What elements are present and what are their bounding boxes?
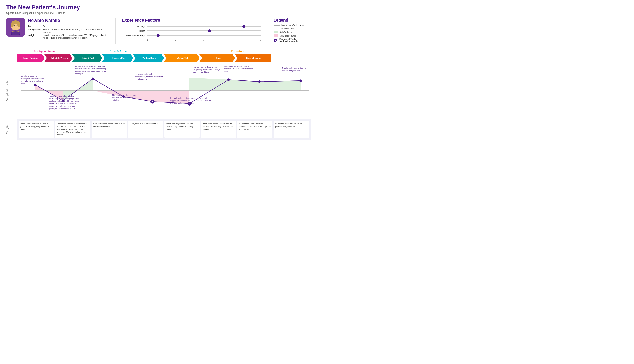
legend-sat-down-label: Satisfaction down [279, 35, 296, 37]
ef-title: Experience Factors [122, 18, 261, 22]
experience-factors: Experience Factors Anxiety Trust Healthc… [122, 18, 261, 41]
legend-pink-box [274, 34, 278, 37]
thought-3: "I've never been here before. Which entr… [92, 121, 127, 138]
persona-card: Newbie Natalie Age 34 Background This is… [6, 18, 109, 40]
tp-scan[interactable]: Scan [199, 54, 235, 62]
tp-drive-park[interactable]: Drive & Park [72, 54, 102, 62]
persona-name: Newbie Natalie [28, 18, 109, 23]
legend-median-label: Median satisfaction level [281, 24, 304, 26]
thought-8: "Once the procedure was over, I guess it… [274, 121, 309, 138]
legend-median: Median satisfaction level [274, 24, 311, 26]
annotation-scan: Once the scan is over, Natalie changes. … [224, 65, 253, 72]
y-axis-label: Touchpoint / Interaction [6, 65, 17, 116]
annotation-before-leaving: Natalie finds her way back to her car an… [282, 67, 309, 72]
touchpoints-row: Select Provider Schedule/Pre-reg Drive &… [17, 54, 311, 62]
thought-4: "This place is in the basement?" [128, 121, 163, 138]
persona-info: Newbie Natalie Age 34 Background This is… [28, 18, 109, 40]
phase-drive: Drive & Arrive [73, 50, 164, 53]
tp-select-provider[interactable]: Select Provider [17, 54, 45, 62]
svg-point-22 [227, 78, 230, 81]
legend-dark-line [274, 28, 280, 29]
thought-7: "Every time I started getting nervous, h… [237, 121, 273, 138]
tp-checkin[interactable]: Check-in/Reg [102, 54, 133, 62]
phases-row: Pre-Appointment Drive & Arrive Procedure [17, 50, 311, 53]
svg-point-4 [11, 22, 14, 27]
svg-point-6 [14, 25, 15, 26]
legend-route: Natalie's route [274, 28, 311, 30]
age-label: Age [28, 24, 43, 28]
annotation-walk-talk-bottom: Her tech walks her back, explaining what… [170, 97, 212, 104]
avatar [6, 18, 25, 36]
healthcare-savvy-track [147, 35, 261, 36]
tp-before-leaving[interactable]: Before Leaving [235, 54, 271, 62]
trust-track [147, 30, 261, 31]
annotation-waiting: As Natalie waits for her appointment, th… [135, 73, 164, 80]
chart-area: ★ ★ Natalie receives the prescription fr… [17, 65, 311, 116]
healthcare-savvy-label: Healthcare savvy [122, 34, 145, 37]
svg-point-7 [17, 25, 18, 26]
insight-value: Natalie's doctor's office printed out so… [43, 34, 109, 40]
annotation-drive-park: Natalie can't find a place to park, and … [75, 65, 106, 75]
page-subtitle: Opportunities to impact the experience a… [6, 12, 311, 14]
tp-walk-talk[interactable]: Walk & Talk [164, 54, 200, 62]
thought-5: "Wow, how unprofessional. Did I make the… [164, 121, 200, 138]
anxiety-label: Anxiety [122, 25, 145, 28]
phase-procedure: Procedure [164, 50, 311, 53]
legend-mot-label: Moment of TruthA critical interaction [279, 38, 299, 42]
legend-green-box [274, 31, 278, 34]
svg-point-23 [258, 80, 261, 83]
legend-route-label: Natalie's route [281, 28, 295, 30]
factor-trust: Trust [122, 30, 261, 32]
top-section: Newbie Natalie Age 34 Background This is… [6, 18, 311, 44]
scale-5: 5 [260, 39, 261, 41]
anxiety-track [147, 26, 261, 27]
background-value: This is Natalie's first time for an MRI,… [43, 28, 109, 34]
legend-moment-of-truth: ★ Moment of TruthA critical interaction [274, 38, 311, 42]
svg-point-5 [18, 22, 20, 27]
scale-4: 4 [231, 39, 233, 41]
scale-3: 3 [203, 39, 204, 41]
svg-text:★: ★ [151, 100, 154, 103]
thoughts-cards: "My doctor didn't help me find a place a… [17, 119, 311, 140]
page: The New Patient's Journey Opportunities … [0, 0, 317, 144]
trust-label: Trust [122, 30, 145, 32]
star-icon: ★ [274, 38, 277, 42]
divider-2 [267, 18, 267, 44]
anxiety-dot [242, 25, 245, 28]
page-title: The New Patient's Journey [6, 4, 311, 11]
annotation-walk-talk-top: Her tech lets her know what's happening,… [193, 66, 224, 73]
factor-anxiety: Anxiety [122, 25, 261, 28]
legend-sat-up-label: Satisfaction up [279, 31, 293, 34]
annotation-select-provider: Natalie receives the prescription from h… [21, 75, 46, 85]
svg-point-16 [92, 78, 94, 80]
insight-label: Insight [28, 34, 43, 40]
journey-section: Pre-Appointment Drive & Arrive Procedure… [6, 47, 311, 140]
thoughts-label: Thoughts [6, 119, 17, 140]
background-label: Background [28, 28, 43, 34]
legend-title: Legend [274, 18, 311, 22]
healthcare-savvy-dot [157, 34, 160, 37]
phase-preappt: Pre-Appointment [17, 50, 73, 53]
factor-healthcare-savvy: Healthcare savvy [122, 34, 261, 37]
thoughts-section: Thoughts "My doctor didn't help me find … [6, 119, 311, 140]
factor-scale: 1 2 3 4 5 [147, 39, 261, 41]
divider-1 [115, 18, 116, 44]
thought-6: "I felt much better once I was with the … [201, 121, 236, 138]
trust-dot [208, 30, 211, 32]
age-value: 34 [43, 24, 109, 28]
annotation-checkin: The registration desk is nice, and tells… [112, 94, 139, 101]
legend-sat-up: Satisfaction up [274, 31, 311, 34]
svg-point-24 [299, 80, 302, 82]
thought-2: "It seemed strange to me that only one h… [55, 121, 91, 138]
thought-1: "My doctor didn't help me find a place a… [19, 121, 54, 138]
persona-table: Age 34 Background This is Natalie's firs… [28, 24, 109, 40]
annotation-schedule: Natalie first gets a list from her insur… [49, 95, 80, 110]
scale-2: 2 [175, 39, 176, 41]
legend: Legend Median satisfaction level Natalie… [274, 18, 311, 44]
legend-sat-down: Satisfaction down [274, 34, 311, 37]
legend-gray-line [274, 25, 280, 26]
journey-chart-wrapper: Touchpoint / Interaction [6, 65, 311, 116]
tp-schedule[interactable]: Schedule/Pre-reg [45, 54, 73, 62]
tp-waiting[interactable]: Waiting Room [133, 54, 164, 62]
scale-1: 1 [147, 39, 148, 41]
